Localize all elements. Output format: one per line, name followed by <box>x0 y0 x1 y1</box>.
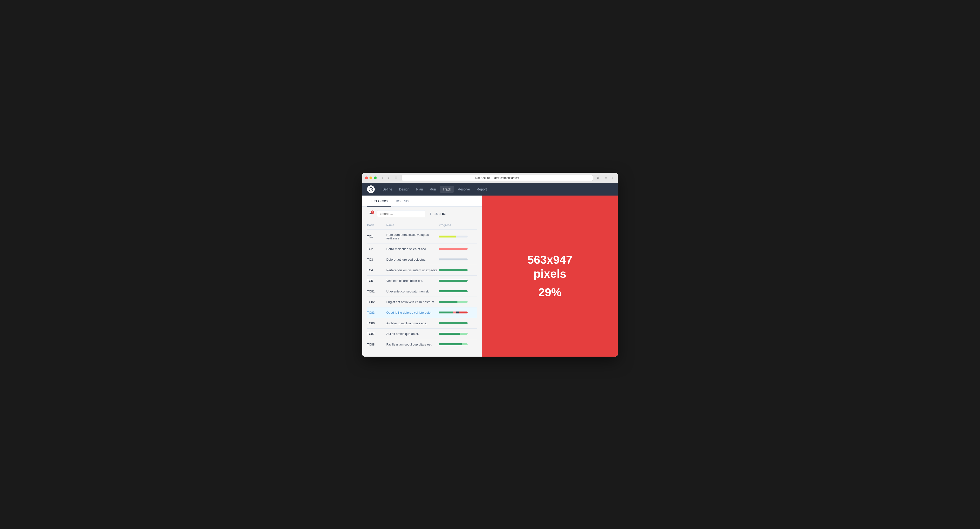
reader-button[interactable]: ☰ <box>393 175 398 181</box>
tab-test-cases[interactable]: Test Cases <box>367 195 391 207</box>
table-row[interactable]: TC86Architecto mollitia omnis eos. <box>367 318 477 329</box>
table-row[interactable]: TC87Aut sit omnis quo dolor. <box>367 329 477 339</box>
cell-progress <box>439 318 477 329</box>
app-container: Define Design Plan Run Track Resolve Rep… <box>362 183 618 357</box>
cell-name: Quod id illo dolores vel iste dolor. <box>386 307 439 318</box>
cell-name: Porro molestiae sit ea et.asd <box>386 243 439 254</box>
tabs-bar: Test Cases Test Runs <box>362 195 482 207</box>
cell-name: Perferendis omnis autem ut expedita. <box>386 265 439 275</box>
table-row[interactable]: TC88Facilis ullam sequi cupiditate est. <box>367 339 477 349</box>
share-button[interactable]: ⇧ <box>603 175 609 181</box>
toolbar: 1 1 - 15 of 83 <box>362 207 482 221</box>
nav-run[interactable]: Run <box>427 186 439 193</box>
col-header-name: Name <box>386 221 439 230</box>
side-panel-dimensions: 563x947pixels <box>527 253 573 281</box>
nav-plan[interactable]: Plan <box>413 186 426 193</box>
table-row[interactable]: TC83Quod id illo dolores vel iste dolor. <box>367 307 477 318</box>
logo <box>367 186 375 193</box>
address-bar[interactable]: Not Secure — dev.testmonitor.test <box>401 175 593 181</box>
nav-report[interactable]: Report <box>474 186 490 193</box>
table-row[interactable]: TC82Fugiat est optio velit enim nostrum. <box>367 297 477 307</box>
back-button[interactable]: ‹ <box>380 175 385 181</box>
close-button[interactable] <box>365 176 368 180</box>
cell-name: Architecto mollitia omnis eos. <box>386 318 439 329</box>
new-tab-button[interactable]: + <box>609 175 615 181</box>
cell-name: Fugiat est optio velit enim nostrum. <box>386 297 439 307</box>
cell-progress <box>439 307 477 318</box>
cell-progress <box>439 275 477 286</box>
tab-test-runs[interactable]: Test Runs <box>391 195 414 207</box>
cell-progress <box>439 339 477 349</box>
test-cases-table: Code Name Progress TC1Rem cum perspiciat… <box>367 221 477 350</box>
cell-name: Rem cum perspiciatis voluptas velit.ssss <box>386 229 439 243</box>
filter-button[interactable]: 1 <box>367 210 375 218</box>
cell-name: Facilis ullam sequi cupiditate est. <box>386 339 439 349</box>
browser-chrome: ‹ › ☰ Not Secure — dev.testmonitor.test … <box>362 173 618 183</box>
nav-design[interactable]: Design <box>396 186 412 193</box>
cell-code: TC4 <box>367 265 386 275</box>
cell-code: TC81 <box>367 286 386 297</box>
table-row[interactable]: TC1Rem cum perspiciatis voluptas velit.s… <box>367 229 477 243</box>
table-row[interactable]: TC4Perferendis omnis autem ut expedita. <box>367 265 477 275</box>
minimize-button[interactable] <box>369 176 372 180</box>
pagination-info: 1 - 15 of 83 <box>430 212 445 216</box>
search-input[interactable] <box>377 210 425 217</box>
nav-track[interactable]: Track <box>440 186 454 193</box>
cell-code: TC87 <box>367 329 386 339</box>
cell-code: TC86 <box>367 318 386 329</box>
cell-name: Dolore aut iure sed delectus. <box>386 254 439 265</box>
table-row[interactable]: TC2Porro molestiae sit ea et.asd <box>367 243 477 254</box>
filter-badge: 1 <box>371 210 374 214</box>
content-panel: Test Cases Test Runs 1 1 - 15 of 83 <box>362 195 482 357</box>
table-wrapper: Code Name Progress TC1Rem cum perspiciat… <box>362 221 482 357</box>
cell-progress <box>439 329 477 339</box>
col-header-code: Code <box>367 221 386 230</box>
cell-progress <box>439 243 477 254</box>
cell-name: Aut sit omnis quo dolor. <box>386 329 439 339</box>
cell-code: TC2 <box>367 243 386 254</box>
cell-code: TC5 <box>367 275 386 286</box>
nav-items: Define Design Plan Run Track Resolve Rep… <box>380 186 613 193</box>
side-panel: 563x947pixels 29% <box>482 195 618 357</box>
table-row[interactable]: TC5Velit eos dolores dolor est. <box>367 275 477 286</box>
side-panel-percentage: 29% <box>538 286 562 299</box>
cell-progress <box>439 229 477 243</box>
top-nav: Define Design Plan Run Track Resolve Rep… <box>362 183 618 195</box>
browser-window: ‹ › ☰ Not Secure — dev.testmonitor.test … <box>362 173 618 357</box>
table-row[interactable]: TC81Ut eveniet consequatur non sit. <box>367 286 477 297</box>
cell-name: Ut eveniet consequatur non sit. <box>386 286 439 297</box>
forward-button[interactable]: › <box>386 175 391 181</box>
browser-actions: ⇧ + <box>603 175 615 181</box>
cell-progress <box>439 297 477 307</box>
cell-name: Velit eos dolores dolor est. <box>386 275 439 286</box>
cell-code: TC3 <box>367 254 386 265</box>
table-row[interactable]: TC3Dolore aut iure sed delectus. <box>367 254 477 265</box>
maximize-button[interactable] <box>374 176 377 180</box>
main-content: Test Cases Test Runs 1 1 - 15 of 83 <box>362 195 618 357</box>
cell-progress <box>439 286 477 297</box>
cell-code: TC82 <box>367 297 386 307</box>
cell-code: TC83 <box>367 307 386 318</box>
traffic-lights <box>365 176 377 180</box>
nav-define[interactable]: Define <box>380 186 395 193</box>
svg-line-2 <box>371 189 372 190</box>
nav-buttons: ‹ › <box>380 175 391 181</box>
cell-progress <box>439 265 477 275</box>
cell-code: TC88 <box>367 339 386 349</box>
nav-resolve[interactable]: Resolve <box>455 186 473 193</box>
cell-code: TC1 <box>367 229 386 243</box>
cell-progress <box>439 254 477 265</box>
col-header-progress: Progress <box>439 221 477 230</box>
reload-button[interactable]: ↻ <box>595 175 600 181</box>
